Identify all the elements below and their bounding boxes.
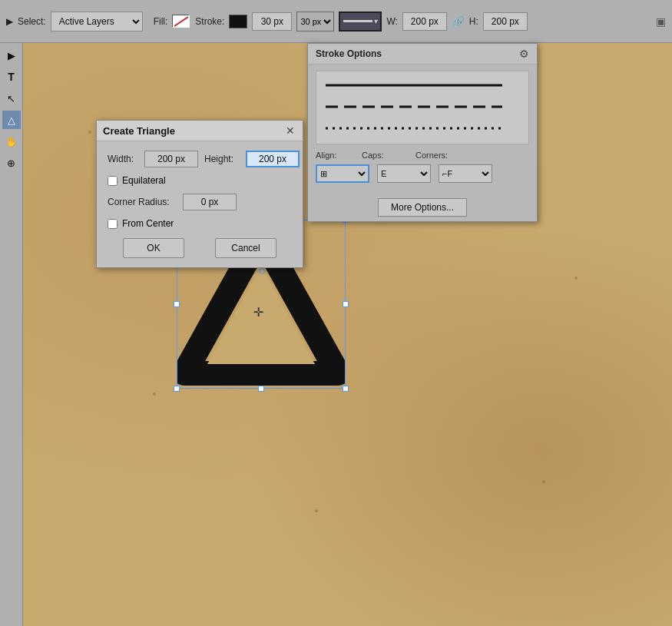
stroke-style-button[interactable]: ▾	[339, 12, 382, 31]
equilateral-row: Equilateral	[108, 175, 292, 186]
stroke-size-select[interactable]: 30 px	[296, 12, 334, 31]
arrow-tool-button[interactable]: ↖	[2, 89, 21, 108]
handle-mid-left[interactable]	[174, 301, 180, 307]
stroke-dotted-option[interactable]	[326, 121, 519, 137]
panel-title: Stroke Options	[316, 48, 382, 59]
layers-select[interactable]: Active Layers	[51, 12, 143, 31]
from-center-label: From Center	[122, 218, 174, 229]
handle-mid-right[interactable]	[343, 301, 349, 307]
gear-icon[interactable]: ⚙	[519, 48, 529, 60]
extra-icon: ▣	[656, 15, 666, 28]
height-input[interactable]	[483, 12, 528, 31]
select-tool-button[interactable]: ▶	[2, 46, 21, 65]
stroke-size-input[interactable]	[252, 12, 292, 31]
caps-select[interactable]: E	[377, 164, 431, 183]
chevron-down-icon: ▾	[374, 17, 378, 25]
ok-button[interactable]: OK	[123, 238, 184, 258]
from-center-row: From Center	[108, 218, 292, 229]
stroke-options-panel[interactable]: Stroke Options ⚙	[307, 43, 538, 222]
stroke-style-line-icon	[343, 20, 372, 22]
more-options-button[interactable]: More Options...	[378, 198, 467, 217]
labels-row: Align: Caps: Corners:	[316, 151, 529, 160]
selects-row: ⊞ E ⌐F	[316, 164, 529, 183]
dialog-titlebar: Create Triangle ✕	[97, 121, 303, 141]
equilateral-label: Equilateral	[122, 175, 166, 186]
move-cursor-icon: ✛	[253, 305, 263, 320]
from-center-checkbox[interactable]	[108, 219, 118, 229]
corner-radius-input[interactable]	[183, 194, 237, 210]
corner-radius-label: Corner Radius:	[108, 197, 177, 207]
triangle-tool-button[interactable]: △	[2, 111, 21, 129]
align-caps-corners-section: Align: Caps: Corners: ⊞ E ⌐F	[308, 151, 537, 194]
handle-bottom-left[interactable]	[174, 386, 180, 392]
caps-label: Caps:	[362, 151, 408, 160]
stroke-solid-option[interactable]	[326, 78, 519, 94]
w-label: W:	[386, 16, 397, 27]
height-label: Height:	[204, 154, 240, 164]
dialog-width-input[interactable]	[144, 151, 198, 167]
canvas-area[interactable]: ✛ Create Triangle ✕ Width: Height:	[23, 43, 672, 626]
dialog-body: Width: Height: Equilateral Corner Radius…	[97, 141, 303, 267]
handle-bottom-center[interactable]	[258, 386, 264, 392]
noise-dot	[542, 480, 545, 483]
stroke-swatch[interactable]	[229, 15, 247, 28]
align-label: Align:	[316, 151, 354, 160]
fill-swatch[interactable]	[172, 15, 190, 28]
noise-dot	[315, 509, 318, 512]
noise-dot	[574, 277, 578, 280]
h-label: H:	[469, 16, 478, 27]
toolbar-arrow-icon: ▶	[6, 16, 13, 27]
stroke-line-options	[316, 71, 529, 144]
stroke-label: Stroke:	[195, 16, 224, 27]
noise-dot	[153, 392, 156, 396]
width-label: Width:	[108, 154, 138, 164]
zoom-tool-button[interactable]: ⊕	[2, 154, 21, 172]
center-point	[259, 268, 265, 274]
dialog-title: Create Triangle	[103, 125, 175, 137]
link-icon: 🔗	[452, 15, 465, 28]
main-area: ▶ T ↖ △ ✋ ⊕	[0, 43, 672, 626]
create-triangle-dialog[interactable]: Create Triangle ✕ Width: Height: Equilat…	[96, 120, 303, 268]
select-label: Select:	[18, 16, 46, 27]
dimensions-row: Width: Height:	[108, 151, 292, 167]
corners-select[interactable]: ⌐F	[439, 164, 492, 183]
panel-titlebar: Stroke Options ⚙	[308, 44, 537, 65]
width-input[interactable]	[402, 12, 447, 31]
stroke-dashed-option[interactable]	[326, 99, 519, 116]
fill-label: Fill:	[154, 16, 168, 27]
align-select[interactable]: ⊞	[316, 164, 369, 183]
dialog-close-button[interactable]: ✕	[284, 124, 296, 137]
equilateral-checkbox[interactable]	[108, 176, 118, 186]
dialog-height-input[interactable]	[246, 151, 300, 167]
handle-bottom-right[interactable]	[343, 386, 349, 392]
text-tool-button[interactable]: T	[2, 68, 21, 86]
dialog-buttons: OK Cancel	[108, 238, 292, 258]
corner-radius-row: Corner Radius:	[108, 194, 292, 210]
corners-label: Corners:	[415, 151, 454, 160]
noise-dot	[88, 131, 91, 134]
toolbar: ▶ Select: Active Layers Fill: Stroke: 30…	[0, 0, 672, 43]
hand-tool-button[interactable]: ✋	[2, 132, 21, 151]
cancel-button[interactable]: Cancel	[215, 238, 276, 258]
left-sidebar: ▶ T ↖ △ ✋ ⊕	[0, 43, 23, 626]
fill-swatch-icon	[173, 15, 190, 28]
